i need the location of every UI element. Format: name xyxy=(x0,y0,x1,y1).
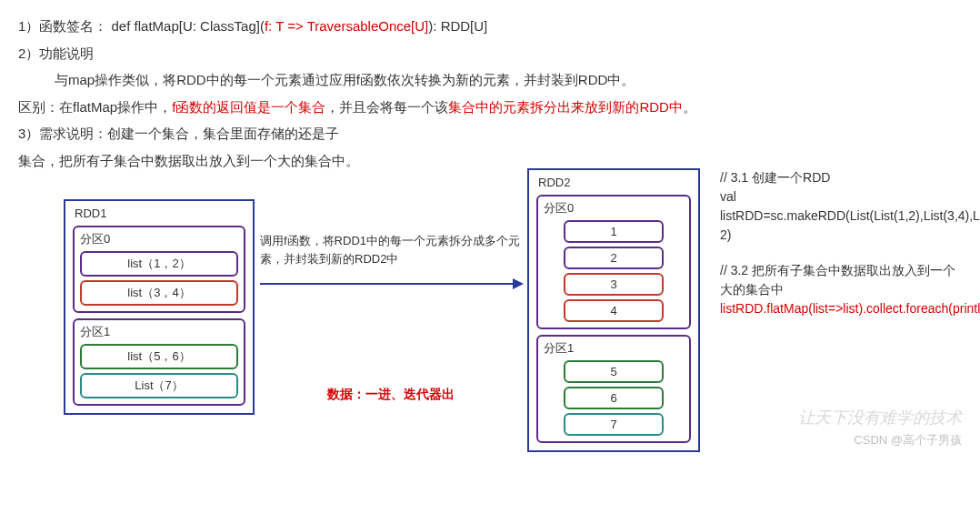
code-column: // 3.1 创建一个RDD val listRDD=sc.makeRDD(Li… xyxy=(720,168,956,335)
signature-line: 1）函数签名： def flatMap[U: ClassTag](f: T =>… xyxy=(18,15,962,38)
list-item: list（3，4） xyxy=(80,280,238,306)
list-item: 4 xyxy=(564,299,664,322)
rdd2-partition1: 分区1 5 6 7 xyxy=(536,335,691,443)
diff-mid: ，并且会将每一个该 xyxy=(325,99,448,115)
desc-body: 与map操作类似，将RDD中的每一个元素通过应用f函数依次转换为新的元素，并封装… xyxy=(55,68,962,92)
code-make-rdd: listRDD=sc.makeRDD(List(List(1,2),List(3… xyxy=(720,207,956,245)
rdd2-partition0: 分区0 1 2 3 4 xyxy=(536,195,691,329)
list-item: 1 xyxy=(564,220,664,243)
desc-label: 2）功能说明 xyxy=(18,42,962,66)
rdd1-title: RDD1 xyxy=(75,207,245,220)
rdd2-box: RDD2 分区0 1 2 3 4 分区1 5 6 7 xyxy=(527,168,700,452)
list-item: 3 xyxy=(564,273,664,296)
code-comment-1: // 3.1 创建一个RDD xyxy=(720,168,956,187)
diff-end: 。 xyxy=(683,99,696,115)
diff-red2: 集合中的元素拆分出来放到新的RDD中 xyxy=(448,99,683,115)
list-item: List（7） xyxy=(80,373,238,398)
code-comment-2: // 3.2 把所有子集合中数据取出放入到一个大的集合中 xyxy=(720,261,956,299)
rdd1-p0-label: 分区0 xyxy=(80,231,238,247)
signature-pre: def flatMap[U: ClassTag]( xyxy=(112,18,265,34)
diagram-area: RDD1 分区0 list（1，2） list（3，4） 分区1 list（5，… xyxy=(18,168,962,452)
slogan: 数据：一进、迭代器出 xyxy=(260,387,522,403)
signature-label: 1）函数签名： xyxy=(18,18,107,34)
list-item: 2 xyxy=(564,247,664,269)
diff-red1: f函数的返回值是一个集合 xyxy=(172,99,325,115)
list-item: list（1，2） xyxy=(80,251,238,277)
list-item: 6 xyxy=(564,387,664,409)
rdd1-p1-label: 分区1 xyxy=(80,324,238,340)
rdd1-partition1: 分区1 list（5，6） List（7） xyxy=(73,318,245,406)
signature-post: ): RDD[U] xyxy=(428,18,487,34)
list-item: list（5，6） xyxy=(80,344,238,369)
signature-arg: f: T => TraversableOnce[U] xyxy=(265,18,428,34)
req-line1: 3）需求说明：创建一个集合，集合里面存储的还是子 xyxy=(18,122,962,146)
desc-diff: 区别：在flatMap操作中，f函数的返回值是一个集合，并且会将每一个该集合中的… xyxy=(18,96,962,119)
list-item: 7 xyxy=(564,413,664,436)
rdd1-partition0: 分区0 list（1，2） list（3，4） xyxy=(73,226,245,313)
svg-marker-1 xyxy=(513,278,524,289)
rdd2-p0-label: 分区0 xyxy=(544,200,684,217)
arrow-icon xyxy=(260,275,522,296)
code-val: val xyxy=(720,187,956,207)
code-flatmap: listRDD.flatMap(list=>list).collect.fore… xyxy=(720,299,956,318)
rdd2-p1-label: 分区1 xyxy=(544,340,684,357)
mid-column: 调用f函数，将RDD1中的每一个元素拆分成多个元素，并封装到新的RDD2中 数据… xyxy=(255,168,527,403)
mid-text: 调用f函数，将RDD1中的每一个元素拆分成多个元素，并封装到新的RDD2中 xyxy=(260,232,522,267)
list-item: 5 xyxy=(564,360,664,383)
diff-prefix: 区别：在flatMap操作中， xyxy=(18,99,172,115)
rdd1-box: RDD1 分区0 list（1，2） list（3，4） 分区1 list（5，… xyxy=(64,199,255,415)
rdd2-title: RDD2 xyxy=(538,176,691,189)
